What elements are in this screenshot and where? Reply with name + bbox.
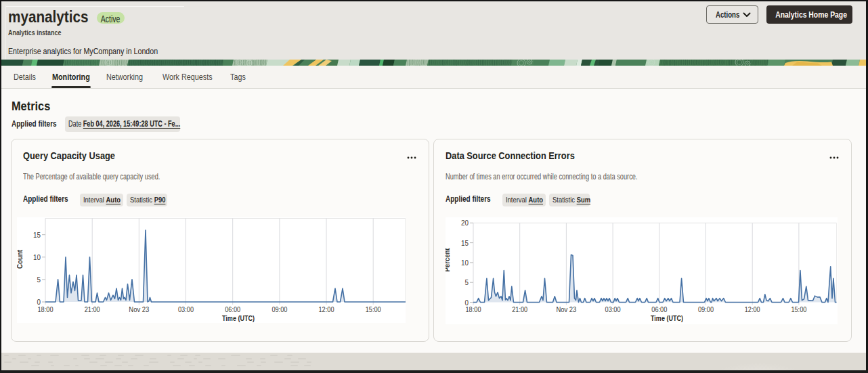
svg-text:5: 5	[37, 276, 41, 284]
svg-text:18:00: 18:00	[466, 305, 481, 313]
svg-text:09:00: 09:00	[272, 305, 287, 313]
svg-text:Nov 23: Nov 23	[129, 305, 149, 313]
svg-text:15: 15	[33, 231, 41, 239]
svg-text:10: 10	[461, 259, 469, 267]
svg-text:Count: Count	[17, 250, 24, 269]
svg-text:21:00: 21:00	[512, 305, 527, 313]
svg-text:21:00: 21:00	[85, 305, 100, 313]
svg-text:06:00: 06:00	[225, 305, 240, 313]
svg-text:15: 15	[461, 239, 469, 247]
svg-text:Time (UTC): Time (UTC)	[651, 314, 683, 322]
svg-text:15:00: 15:00	[791, 305, 806, 313]
svg-text:Nov 23: Nov 23	[556, 305, 576, 313]
svg-text:03:00: 03:00	[178, 305, 194, 313]
svg-text:06:00: 06:00	[651, 305, 667, 313]
svg-text:03:00: 03:00	[605, 305, 621, 313]
svg-text:09:00: 09:00	[698, 305, 714, 313]
svg-text:15:00: 15:00	[366, 305, 381, 313]
svg-text:20: 20	[461, 219, 469, 227]
svg-text:Percent: Percent	[446, 248, 451, 271]
svg-text:Time (UTC): Time (UTC)	[222, 314, 255, 322]
svg-text:18:00: 18:00	[38, 305, 53, 313]
svg-text:10: 10	[33, 253, 41, 261]
svg-text:12:00: 12:00	[319, 305, 334, 313]
svg-text:5: 5	[465, 278, 469, 286]
svg-text:12:00: 12:00	[745, 305, 760, 313]
